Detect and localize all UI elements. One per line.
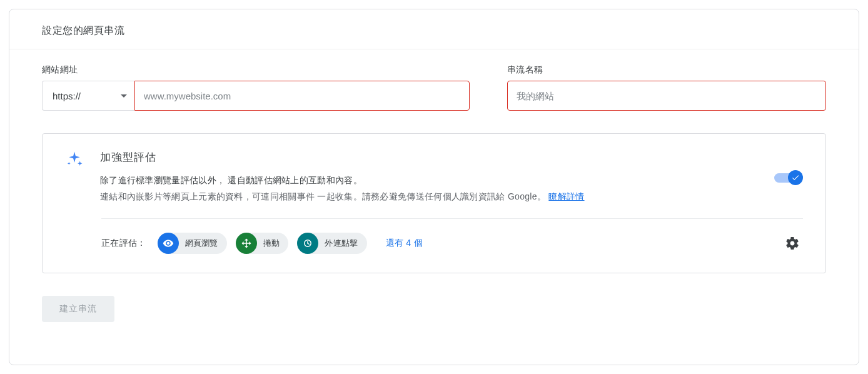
desc-line-2: 連結和內嵌影片等網頁上元素的資料，可連同相關事件 一起收集。請務必避免傳送任何個… — [100, 191, 546, 201]
sparkle-icon — [65, 150, 84, 171]
chip-pageview: 網頁瀏覽 — [158, 233, 227, 254]
website-url-label: 網站網址 — [42, 64, 470, 76]
pageview-icon — [158, 233, 179, 254]
toggle-thumb — [788, 170, 803, 185]
more-measurements-link[interactable]: 還有 4 個 — [386, 238, 423, 249]
measuring-row: 正在評估： 網頁瀏覽 捲動 — [101, 233, 803, 254]
stream-name-group: 串流名稱 — [507, 64, 826, 111]
stream-name-label: 串流名稱 — [507, 64, 826, 76]
chip-pageview-label: 網頁瀏覽 — [185, 238, 218, 249]
fields-row: 網站網址 https:// 串流名稱 — [42, 64, 826, 111]
learn-more-link[interactable]: 瞭解詳情 — [548, 191, 584, 201]
enhanced-toggle-wrap — [773, 170, 803, 185]
chips-container: 網頁瀏覽 捲動 外連點擊 還有 4 個 — [158, 233, 782, 254]
panel-top: 加強型評估 除了進行標準瀏覽量評估以外， 還自動評估網站上的互動和內容。 連結和… — [65, 150, 803, 205]
enhanced-description: 除了進行標準瀏覽量評估以外， 還自動評估網站上的互動和內容。 連結和內嵌影片等網… — [100, 172, 757, 205]
protocol-select[interactable]: https:// — [42, 81, 134, 111]
gear-icon — [785, 236, 800, 251]
stream-name-input[interactable] — [507, 81, 826, 111]
outbound-icon — [297, 233, 318, 254]
desc-line-1: 除了進行標準瀏覽量評估以外， 還自動評估網站上的互動和內容。 — [100, 175, 362, 185]
chip-outbound: 外連點擊 — [297, 233, 366, 254]
website-url-group: 網站網址 https:// — [42, 64, 470, 111]
chip-scroll: 捲動 — [236, 233, 289, 254]
panel-divider — [101, 218, 803, 219]
url-input-row: https:// — [42, 81, 470, 111]
create-stream-button[interactable]: 建立串流 — [42, 296, 114, 322]
card-body: 網站網址 https:// 串流名稱 — [9, 49, 859, 337]
check-icon — [791, 173, 800, 182]
chip-scroll-label: 捲動 — [263, 238, 280, 249]
enhanced-measurement-panel: 加強型評估 除了進行標準瀏覽量評估以外， 還自動評估網站上的互動和內容。 連結和… — [42, 133, 826, 273]
website-url-input[interactable] — [134, 81, 470, 111]
card-title: 設定您的網頁串流 — [9, 9, 859, 49]
scroll-icon — [236, 233, 257, 254]
stream-setup-card: 設定您的網頁串流 網站網址 https:// 串流名稱 — [9, 9, 859, 365]
chip-outbound-label: 外連點擊 — [325, 238, 358, 249]
protocol-value: https:// — [53, 91, 81, 101]
enhanced-title: 加強型評估 — [100, 150, 757, 164]
panel-content: 加強型評估 除了進行標準瀏覽量評估以外， 還自動評估網站上的互動和內容。 連結和… — [100, 150, 757, 205]
enhanced-toggle[interactable] — [773, 170, 803, 185]
chevron-down-icon — [121, 94, 127, 98]
enhanced-settings-button[interactable] — [782, 233, 803, 254]
measuring-label: 正在評估： — [101, 238, 146, 249]
